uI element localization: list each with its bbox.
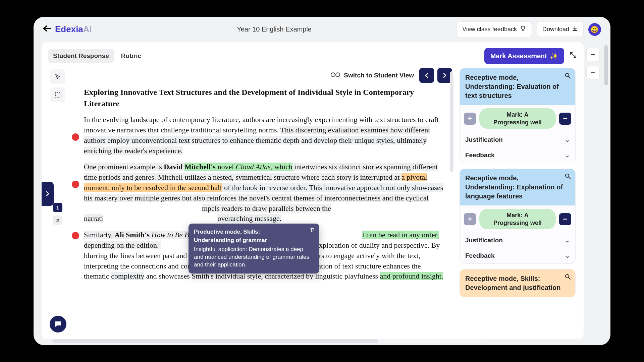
annotation-dot[interactable] (72, 181, 79, 188)
justification-toggle[interactable]: Justification ⌄ (460, 132, 575, 147)
doc-header: Switch to Student View (72, 68, 455, 83)
highlight-span[interactable]: overarching message. (217, 214, 281, 223)
mark-assessment-label: Mark Assessment (490, 52, 547, 60)
download-button[interactable]: Download (537, 22, 584, 37)
expand-icon[interactable] (570, 51, 577, 61)
search-icon[interactable] (565, 173, 571, 182)
feedback-card-header: Receptive mode, Skills: Development and … (460, 269, 575, 297)
essay-body: Exploring Innovative Text Structures and… (72, 87, 455, 288)
drawer-tab-button[interactable] (42, 182, 54, 206)
feedback-card: Receptive mode, Skills: Development and … (460, 269, 576, 297)
increase-mark-button[interactable]: + (464, 113, 476, 125)
justification-label: Justification (465, 136, 503, 143)
topbar-right: View class feedback Download 😀 (457, 21, 601, 37)
search-icon[interactable] (565, 72, 571, 81)
mark-pill: Mark: A Progressing well (479, 108, 556, 129)
tab-student-response[interactable]: Student Response (48, 49, 114, 63)
doc-row: 1 2 Switch to Student View (48, 68, 577, 333)
annotation-tooltip: Productive mode, Skills: Understanding o… (189, 224, 319, 274)
justification-label: Justification (465, 237, 503, 244)
page-title: Year 10 English Example (237, 25, 312, 33)
avatar[interactable]: 😀 (588, 23, 601, 36)
page-badge-2[interactable]: 2 (53, 216, 62, 225)
sparkle-icon: ✨ (550, 52, 558, 60)
decrease-mark-button[interactable]: − (559, 113, 571, 125)
glasses-icon (330, 72, 340, 79)
tooltip-subtitle: Understanding of grammar (194, 237, 314, 244)
back-arrow-icon[interactable] (43, 25, 51, 34)
annotation-dot[interactable] (72, 133, 79, 141)
annotation-dot[interactable] (72, 232, 79, 239)
doc-scroll: Switch to Student View (72, 68, 455, 333)
mark-row: + Mark: A Progressing well − (460, 205, 575, 233)
chevron-down-icon: ⌄ (565, 252, 570, 259)
feedback-toggle[interactable]: Feedback ⌄ (460, 147, 575, 163)
mark-grade: Mark: A (506, 111, 528, 118)
view-class-feedback-button[interactable]: View class feedback (457, 21, 532, 37)
chevron-down-icon: ⌄ (565, 152, 570, 159)
mark-row: + Mark: A Progressing well − (460, 105, 575, 132)
tab-rubric[interactable]: Rubric (116, 49, 146, 63)
cursor-tool-button[interactable] (50, 69, 65, 84)
feedback-label: Feedback (465, 252, 495, 259)
mark-grade: Mark: A (506, 212, 528, 219)
feedback-toggle[interactable]: Feedback ⌄ (460, 248, 575, 263)
essay-paragraph: In the evolving landscape of contemporar… (84, 115, 445, 156)
svg-rect-1 (55, 93, 60, 97)
highlight-span[interactable]: of the book in reverse order. (222, 183, 307, 192)
delete-annotation-button[interactable] (309, 227, 315, 235)
essay-title: Exploring Innovative Text Structures and… (84, 87, 445, 109)
feedback-card-title: Receptive mode, Understanding: Evaluatio… (465, 74, 559, 99)
avatar-emoji: 😀 (590, 25, 599, 34)
highlight-span[interactable]: t can be read in any order, (362, 231, 439, 239)
increase-mark-button[interactable]: + (464, 213, 476, 225)
doc-scrollbar-track[interactable] (450, 71, 453, 172)
tabs: Student Response Rubric (48, 49, 146, 63)
select-area-tool-button[interactable] (50, 87, 65, 102)
feedback-panel: Receptive mode, Understanding: Evaluatio… (460, 68, 577, 333)
highlight-span[interactable]: Mitchell's novel Cloud Atlas, which (184, 163, 292, 171)
svg-point-2 (331, 73, 335, 77)
prev-arrow-button[interactable] (419, 68, 434, 83)
justification-toggle[interactable]: Justification ⌄ (460, 233, 575, 248)
logo: EdexiaAI (55, 24, 92, 35)
highlight-span[interactable]: mpels readers to draw parallels between … (84, 204, 331, 223)
highlight-span[interactable]: depending on the edition. (84, 241, 161, 249)
highlight-span[interactable]: One prominent example is David (84, 163, 184, 171)
mark-status: Progressing well (493, 220, 542, 226)
feedback-card-title: Receptive mode, Understanding: Explanati… (465, 174, 563, 200)
chevron-down-icon: ⌄ (565, 237, 570, 244)
page-badge-1[interactable]: 1 (53, 203, 62, 212)
essay-paragraph: One prominent example is David Mitchell'… (84, 162, 445, 224)
tooltip-title: Productive mode, Skills: (194, 228, 314, 236)
search-icon[interactable] (565, 274, 571, 283)
topbar-left: EdexiaAI (43, 24, 92, 35)
highlight-span[interactable]: and profound insight. (380, 272, 443, 280)
zoom-in-button[interactable]: + (586, 48, 600, 61)
feedback-card-title: Receptive mode, Skills: Development and … (465, 275, 560, 291)
chevron-down-icon: ⌄ (565, 136, 570, 143)
tab-row: Student Response Rubric Mark Assessment … (48, 48, 577, 64)
decrease-mark-button[interactable]: − (559, 213, 571, 225)
content-panel: Student Response Rubric Mark Assessment … (42, 42, 584, 339)
download-icon (572, 25, 578, 33)
zoom-out-button[interactable]: − (586, 66, 600, 79)
top-bar: EdexiaAI Year 10 English Example View cl… (34, 17, 610, 42)
chat-bubble-button[interactable] (50, 316, 66, 333)
nav-arrows (419, 68, 452, 83)
side-rail: + − (584, 42, 602, 339)
logo-text-main: Edexia (55, 24, 83, 34)
tooltip-body: Insightful application: Demonstrates a d… (194, 246, 314, 269)
highlight-span[interactable]: Similarly, Ali Smith's How to Be Bo (84, 231, 193, 239)
mark-status: Progressing well (493, 119, 542, 126)
view-class-feedback-label: View class feedback (462, 26, 517, 33)
download-label: Download (542, 26, 569, 33)
feedback-card-header: Receptive mode, Understanding: Explanati… (460, 169, 575, 205)
tab-actions: Mark Assessment ✨ (484, 48, 577, 64)
feedback-card: Receptive mode, Understanding: Evaluatio… (460, 68, 576, 163)
switch-student-view-button[interactable]: Switch to Student View (330, 72, 414, 79)
mark-assessment-button[interactable]: Mark Assessment ✨ (484, 48, 564, 64)
svg-point-0 (521, 26, 525, 29)
feedback-card-header: Receptive mode, Understanding: Evaluatio… (460, 68, 575, 105)
highlight-span[interactable]: complexity (111, 272, 144, 280)
